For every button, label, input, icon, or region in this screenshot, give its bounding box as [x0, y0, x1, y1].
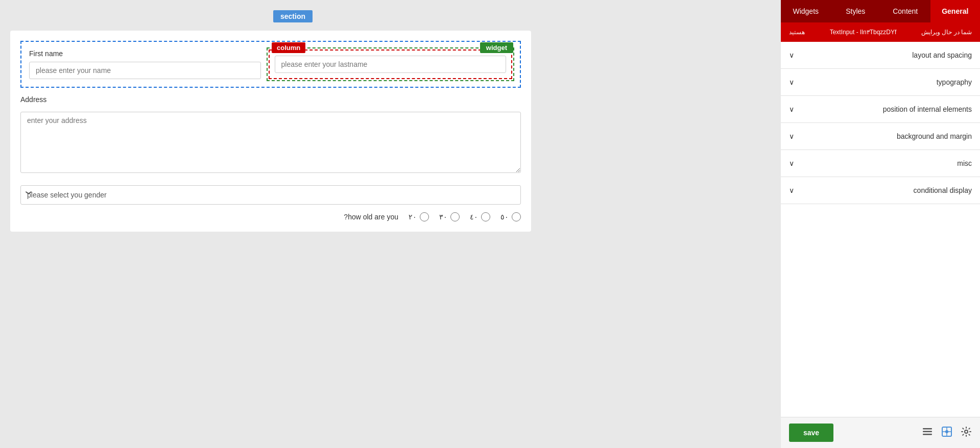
- tab-content[interactable]: Content: [880, 0, 930, 22]
- column-badge[interactable]: column: [272, 42, 305, 53]
- chevron-down-icon-5: ∨: [789, 159, 794, 167]
- age-row: ?how old are you ٥٠ ٤٠ ٣٠ ٢٠: [20, 212, 521, 221]
- misc-title: misc: [957, 159, 972, 167]
- widget-id-label: TextInput - lIn٣TbqzzDYf: [830, 29, 897, 36]
- tab-widgets[interactable]: Widgets: [781, 0, 831, 22]
- section-typography: ∨ typography: [781, 69, 980, 96]
- section-position: ∨ position of internal elements: [781, 96, 980, 123]
- first-name-column: First name: [29, 49, 261, 79]
- section-background-header[interactable]: ∨ background and margin: [781, 123, 980, 150]
- age-label-20: ٢٠: [409, 213, 417, 221]
- address-label: Address: [20, 95, 521, 104]
- address-section: Address: [20, 95, 521, 175]
- age-radio-20[interactable]: [420, 212, 429, 221]
- chevron-down-icon: ∨: [789, 51, 794, 59]
- age-label-30: ٣٠: [439, 213, 447, 221]
- age-radio-50[interactable]: [512, 212, 521, 221]
- layout-title: layout and spacing: [912, 51, 972, 59]
- age-question-text: ?how old are you: [344, 213, 398, 221]
- form-container: column widget First name Address: [10, 31, 531, 232]
- section-badge[interactable]: section: [273, 10, 313, 22]
- you-are-label: هستید: [789, 29, 805, 36]
- section-misc: ∨ misc: [781, 150, 980, 177]
- age-radio-40[interactable]: [481, 212, 490, 221]
- section-conditional: ∨ conditional display: [781, 177, 980, 204]
- svg-point-6: [945, 430, 948, 433]
- age-label-40: ٤٠: [470, 213, 478, 221]
- footer-icons: [922, 426, 972, 440]
- section-layout: ∨ layout and spacing: [781, 42, 980, 69]
- panel-content: ∨ layout and spacing ∨ typography ∨ posi…: [781, 42, 980, 417]
- address-input[interactable]: [20, 112, 521, 173]
- conditional-title: conditional display: [914, 186, 972, 194]
- editing-label: شما در حال ویرایش: [921, 29, 972, 36]
- chevron-down-icon-2: ∨: [789, 78, 794, 86]
- section-misc-header[interactable]: ∨ misc: [781, 150, 980, 177]
- gender-select[interactable]: please select you gender Male Female: [20, 185, 521, 205]
- section-background: ∨ background and margin: [781, 123, 980, 150]
- age-option-30: ٣٠: [439, 212, 460, 221]
- widget-badge[interactable]: widget: [480, 42, 513, 53]
- background-title: background and margin: [897, 132, 972, 140]
- section-outline: column widget First name: [20, 41, 521, 88]
- last-name-column: [269, 49, 513, 79]
- section-layout-header[interactable]: ∨ layout and spacing: [781, 42, 980, 68]
- settings-icon[interactable]: [961, 426, 972, 440]
- tab-general[interactable]: General: [930, 0, 981, 22]
- age-option-20: ٢٠: [409, 212, 429, 221]
- layers-icon[interactable]: [922, 426, 933, 440]
- section-conditional-header[interactable]: ∨ conditional display: [781, 177, 980, 204]
- age-option-50: ٥٠: [500, 212, 521, 221]
- last-name-input[interactable]: [275, 56, 507, 73]
- tabs-bar: Widgets Styles Content General: [781, 0, 980, 22]
- svg-rect-0: [923, 428, 932, 430]
- age-option-40: ٤٠: [470, 212, 490, 221]
- position-title: position of internal elements: [883, 105, 972, 113]
- svg-point-7: [965, 430, 968, 433]
- first-name-label: First name: [29, 49, 261, 58]
- save-button[interactable]: save: [789, 424, 833, 442]
- age-label-50: ٥٠: [500, 213, 509, 221]
- svg-rect-1: [923, 431, 932, 432]
- right-panel: Widgets Styles Content General شما در حا…: [781, 0, 980, 448]
- canvas-area: section column widget First name: [0, 0, 781, 448]
- first-name-input[interactable]: [29, 62, 261, 79]
- panel-footer: save: [781, 417, 980, 448]
- age-radio-30[interactable]: [450, 212, 460, 221]
- two-col-row: column widget First name: [29, 49, 512, 79]
- chevron-down-icon-4: ∨: [789, 132, 794, 140]
- age-radio-group: ٥٠ ٤٠ ٣٠ ٢٠: [409, 212, 521, 221]
- tab-styles[interactable]: Styles: [831, 0, 881, 22]
- gender-select-wrapper: please select you gender Male Female: [20, 180, 521, 205]
- section-typography-header[interactable]: ∨ typography: [781, 69, 980, 95]
- chevron-down-icon-3: ∨: [789, 105, 794, 113]
- chevron-down-icon-6: ∨: [789, 186, 794, 194]
- section-position-header[interactable]: ∨ position of internal elements: [781, 96, 980, 122]
- typography-title: typography: [937, 78, 972, 86]
- center-icon[interactable]: [941, 426, 952, 440]
- panel-header: شما در حال ویرایش TextInput - lIn٣TbqzzD…: [781, 22, 980, 42]
- svg-rect-2: [923, 434, 932, 435]
